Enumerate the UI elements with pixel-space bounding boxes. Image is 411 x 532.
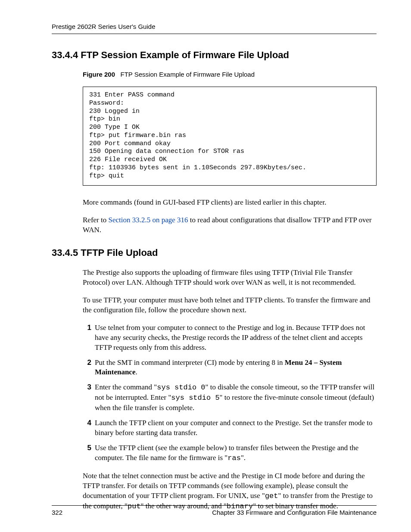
- step-3: 3 Enter the command "sys stdio 0" to dis…: [83, 383, 377, 413]
- step-4: 4 Launch the TFTP client on your compute…: [83, 418, 377, 438]
- text-run: Enter the command ": [95, 383, 157, 391]
- step-text: Launch the TFTP client on your computer …: [95, 419, 372, 437]
- inline-code: sys stdio 5: [171, 394, 219, 402]
- inline-code: get: [265, 492, 278, 500]
- paragraph: The Prestige also supports the uploading…: [83, 268, 377, 288]
- step-text: Enter the command "sys stdio 0" to disab…: [95, 383, 374, 412]
- step-5: 5 Use the TFTP client (see the example b…: [83, 443, 377, 464]
- step-number: 5: [83, 443, 91, 453]
- section-heading-3445: 33.4.5 TFTP File Upload: [52, 246, 377, 259]
- inline-code: ras: [227, 454, 241, 462]
- chapter-title: Chapter 33 Firmware and Configuration Fi…: [212, 508, 377, 517]
- text-run: .: [135, 368, 137, 376]
- figure-label: Figure 200: [83, 71, 115, 78]
- paragraph: Refer to Section 33.2.5 on page 316 to r…: [83, 215, 377, 235]
- page-footer: 322 Chapter 33 Firmware and Configuratio…: [52, 505, 377, 517]
- paragraph: To use TFTP, your computer must have bot…: [83, 296, 377, 315]
- step-number: 3: [83, 383, 91, 392]
- step-2: 2 Put the SMT in command interpreter (CI…: [83, 358, 377, 378]
- ftp-session-code-block: 331 Enter PASS command Password: 230 Log…: [83, 87, 377, 186]
- step-text: Use the TFTP client (see the example bel…: [95, 444, 358, 462]
- step-1: 1 Use telnet from your computer to conne…: [83, 323, 377, 353]
- section-heading-3444: 33.4.4 FTP Session Example of Firmware F…: [52, 49, 377, 62]
- step-number: 1: [83, 323, 91, 333]
- document-page: Prestige 2602R Series User's Guide 33.4.…: [0, 0, 411, 532]
- text-run: Refer to: [83, 216, 108, 224]
- step-number: 2: [83, 358, 91, 368]
- step-text: Use telnet from your computer to connect…: [95, 324, 365, 352]
- paragraph: More commands (found in GUI-based FTP cl…: [83, 198, 377, 208]
- numbered-steps: 1 Use telnet from your computer to conne…: [83, 323, 377, 464]
- text-run: Use the TFTP client (see the example bel…: [95, 444, 358, 462]
- figure-caption-200: Figure 200 FTP Session Example of Firmwa…: [83, 70, 377, 79]
- page-number: 322: [52, 508, 62, 517]
- inline-code: sys stdio 0: [157, 383, 205, 392]
- running-head: Prestige 2602R Series User's Guide: [52, 22, 377, 34]
- text-run: Put the SMT in command interpreter (CI) …: [95, 358, 285, 367]
- figure-caption-text: FTP Session Example of Firmware File Upl…: [121, 71, 255, 78]
- cross-reference-link[interactable]: Section 33.2.5 on page 316: [108, 216, 188, 224]
- step-number: 4: [83, 418, 91, 428]
- step-text: Put the SMT in command interpreter (CI) …: [95, 358, 342, 376]
- text-run: ".: [241, 454, 246, 462]
